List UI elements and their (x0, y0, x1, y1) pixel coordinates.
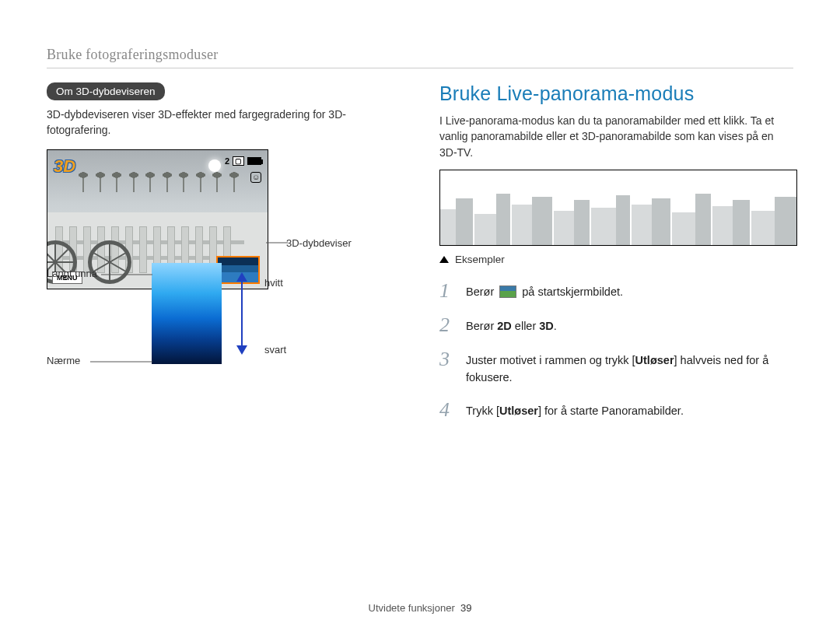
step-2: 2 Berør 2D eller 3D. (439, 315, 793, 335)
divider (47, 68, 793, 68)
callout-black: svart (264, 344, 286, 356)
steps-list: 1 Berør på startskjermbildet. 2 Berør 2D… (439, 281, 793, 421)
face-detect-icon: ☺ (250, 172, 261, 183)
step-text: Juster motivet i rammen og trykk [ (466, 354, 635, 366)
step-bold: Utløser (635, 354, 674, 366)
resolution-icon: ▢ (233, 156, 244, 166)
shots-remaining: 2 (225, 156, 229, 166)
step-text: Trykk [ (466, 405, 499, 417)
step-bold: 3D (539, 320, 554, 332)
3d-badge-icon: 3D (54, 156, 75, 177)
svg-marker-3 (236, 272, 247, 282)
page-number: 39 (460, 602, 471, 614)
section-pill: Om 3D-dybdeviseren (47, 82, 165, 100)
panorama-mode-icon (499, 285, 516, 298)
callout-far: Langt unna (47, 268, 97, 279)
step-number: 3 (439, 349, 455, 387)
step-number: 4 (439, 400, 455, 420)
battery-icon (247, 157, 261, 165)
right-column: Bruke Live-panorama-modus I Live-panoram… (439, 82, 793, 434)
callout-white: hvitt (264, 277, 283, 289)
step-text: på startskjermbildet. (519, 285, 623, 298)
svg-marker-4 (236, 345, 247, 355)
palm-row (79, 170, 236, 201)
examples-row: Eksempler (439, 254, 793, 265)
callout-depth-viewer: 3D-dybdeviser (286, 237, 352, 249)
step-text: Berør (466, 285, 497, 298)
step-number: 2 (439, 315, 455, 335)
left-intro: 3D-dybdeviseren viser 3D-effekter med fa… (47, 107, 401, 138)
examples-label: Eksempler (455, 254, 505, 265)
step-number: 1 (439, 281, 455, 301)
chapter-title: Bruke fotograferingsmoduser (47, 47, 793, 63)
step-text: ] for å starte Panoramabilder. (538, 405, 684, 417)
page-footer: Utvidete funksjoner 39 (0, 602, 840, 614)
left-column: Om 3D-dybdeviseren 3D-dybdeviseren viser… (47, 82, 401, 409)
step-text: . (554, 320, 557, 332)
right-intro: I Live-panorama-modus kan du ta panorama… (439, 113, 793, 160)
callout-near: Nærme (47, 355, 80, 366)
columns: Om 3D-dybdeviseren 3D-dybdeviseren viser… (47, 82, 793, 434)
step-bold: 2D (497, 320, 512, 332)
double-arrow-icon (229, 272, 255, 355)
depth-gradient (152, 263, 222, 364)
step-bold: Utløser (499, 405, 538, 417)
step-text: eller (512, 320, 539, 332)
step-1: 1 Berør på startskjermbildet. (439, 281, 793, 301)
triangle-up-icon (439, 256, 449, 263)
footer-section: Utvidete funksjoner (369, 602, 455, 614)
section-title: Bruke Live-panorama-modus (439, 82, 793, 105)
step-4: 4 Trykk [Utløser] for å starte Panoramab… (439, 400, 793, 420)
step-text: Berør (466, 320, 497, 332)
step-3: 3 Juster motivet i rammen og trykk [Utlø… (439, 349, 793, 387)
osd-top: 2 ▢ (225, 156, 261, 166)
panorama-example (439, 170, 797, 246)
